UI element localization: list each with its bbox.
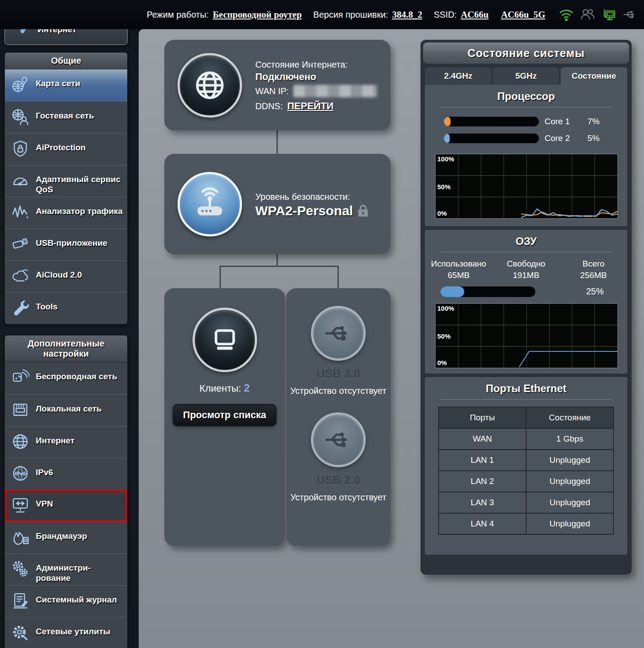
core2-bar-fill — [444, 133, 450, 143]
wireless-icon — [11, 368, 30, 387]
ram-used-label: Использовано — [425, 258, 492, 270]
tab-24ghz[interactable]: 2.4GHz — [425, 67, 492, 85]
sidebar-item-administration[interactable]: Администри-рование — [5, 553, 127, 585]
guest-icon — [11, 107, 30, 126]
port-name: LAN 1 — [439, 450, 526, 471]
ram-section-title: ОЗУ — [425, 230, 627, 248]
sidebar-item-aiprotection[interactable]: AiProtection — [5, 133, 127, 165]
clients-card: Клиенты: 2 Просмотр списка — [164, 288, 285, 546]
core1-percent: 7% — [587, 117, 599, 126]
usb2-button[interactable] — [311, 412, 366, 467]
sidebar-item-vpn[interactable]: VPN — [5, 490, 127, 522]
security-level-value: WPA2-Personal — [255, 203, 353, 218]
devices-status-icon[interactable] — [601, 7, 617, 23]
status-column-header: Состояние — [526, 407, 614, 428]
sidebar-item-traffic-analyzer[interactable]: Анализатор трафика — [5, 197, 127, 229]
usb2-status: Устройство отсутствует — [290, 492, 386, 503]
core2-usage-bar — [444, 133, 539, 143]
sidebar-item-network-tools[interactable]: Сетевые утилиты — [5, 617, 127, 648]
ram-usage-bar — [440, 286, 535, 297]
ethernet-row: LAN 3Unplugged — [439, 492, 614, 513]
svg-text:0%: 0% — [437, 210, 447, 217]
port-status: 1 Gbps — [526, 428, 614, 450]
port-name: LAN 4 — [439, 513, 526, 534]
sidebar-item-label: Системный журнал — [36, 591, 117, 605]
sidebar-item-label: Сетевые утилиты — [36, 623, 110, 637]
sidebar-item-wan[interactable]: Интернет — [5, 426, 127, 458]
clients-count-line: Клиенты: 2 — [200, 382, 250, 394]
ddns-label: DDNS: — [255, 99, 283, 113]
security-router-button[interactable] — [178, 172, 242, 236]
internet-globe-button[interactable] — [178, 53, 242, 118]
gear-wrench-icon — [11, 623, 30, 642]
usb3-button[interactable] — [311, 306, 366, 361]
tab-status[interactable]: Состояние — [561, 67, 627, 85]
sidebar-item-firewall[interactable]: Брандмауэр — [5, 522, 127, 553]
tab-5ghz[interactable]: 5GHz — [493, 67, 560, 85]
ddns-link[interactable]: ПЕРЕЙТИ — [287, 100, 333, 112]
ethernet-row: LAN 2Unplugged — [439, 471, 614, 492]
sidebar: Быстрая настройка Интернет Общие Карта с… — [0, 0, 139, 648]
sidebar-item-label: USB-приложение — [36, 235, 107, 248]
usb3-title: USB 3.0 — [317, 367, 360, 381]
vpn-icon — [11, 496, 30, 514]
svg-text:100%: 100% — [437, 305, 454, 312]
usb2-title: USB 2.0 — [317, 473, 360, 487]
clients-status-icon[interactable] — [580, 7, 595, 23]
gears-icon — [11, 560, 30, 578]
ssid-24ghz-link[interactable]: AC66u — [461, 9, 489, 20]
firmware-version-link[interactable]: 384.8_2 — [392, 9, 422, 20]
sidebar-section-title: Дополнительные настройки — [5, 335, 127, 362]
usb-status-icon[interactable] — [622, 7, 638, 23]
wifi-status-icon[interactable] — [558, 7, 574, 23]
log-icon — [11, 591, 30, 610]
sidebar-item-wireless[interactable]: Беспроводная сеть — [5, 362, 127, 394]
connector-line — [337, 266, 339, 289]
ssid-label: SSID: — [434, 10, 457, 20]
sidebar-item-network-map[interactable]: Карта сети — [5, 69, 127, 101]
usb3-icon — [322, 317, 354, 349]
view-clients-list-button[interactable]: Просмотр списка — [173, 404, 276, 426]
sidebar-item-ipv6[interactable]: IPv6 — [5, 458, 127, 490]
port-status: Unplugged — [526, 513, 614, 534]
core1-usage-bar — [444, 117, 539, 126]
globe-icon — [11, 432, 30, 451]
sidebar-item-label: Интернет — [36, 432, 75, 446]
lock-icon — [357, 204, 369, 217]
clients-label: Клиенты: — [200, 383, 241, 394]
ram-percent: 25% — [586, 286, 604, 297]
operation-mode-link[interactable]: Беспроводной роутер — [213, 9, 302, 20]
usb2-icon — [322, 424, 354, 456]
network-map-page: Состояние Интернета: Подключено WAN IP: … — [139, 29, 644, 648]
sidebar-item-system-log[interactable]: Системный журнал — [5, 585, 127, 617]
ram-section: ОЗУ Использовано 65MB Свободно 191MB Все… — [425, 230, 627, 374]
connector-line — [277, 130, 278, 155]
usb3-status: Устройство отсутствует — [290, 385, 386, 396]
sidebar-item-adaptive-qos[interactable]: Адаптивный сервис QoS — [5, 165, 127, 197]
sidebar-item-guest-network[interactable]: Гостевая сеть — [5, 101, 127, 133]
port-name: LAN 2 — [439, 471, 526, 492]
port-name: LAN 3 — [439, 492, 526, 513]
sidebar-section-title: Общие — [5, 53, 127, 69]
ram-usage-chart: 100%50%0% — [435, 303, 618, 368]
ethernet-row: LAN 1Unplugged — [439, 450, 614, 471]
wan-ip-redacted — [293, 85, 377, 97]
clients-button[interactable] — [193, 308, 257, 372]
cpu-section: Процессор Core 1 7% Core 2 5% 100%50%0% — [425, 85, 627, 226]
svg-text:0%: 0% — [437, 359, 447, 366]
flame-icon — [11, 528, 30, 546]
sidebar-item-label: Локальная сеть — [36, 400, 102, 414]
svg-text:50%: 50% — [437, 332, 451, 340]
sidebar-item-usb-application[interactable]: USB-приложение — [5, 229, 127, 260]
usb-stick-icon — [11, 235, 30, 253]
sidebar-item-label: Брандмауэр — [36, 528, 87, 541]
sidebar-item-aicloud[interactable]: AiCloud 2.0 — [5, 260, 127, 292]
sidebar-item-tools[interactable]: Tools — [5, 292, 127, 324]
ssid-5ghz-link[interactable]: AC66u_5G — [501, 9, 545, 20]
core1-label: Core 1 — [545, 117, 570, 126]
usb-card: USB 3.0 Устройство отсутствует USB 2.0 У… — [286, 288, 390, 546]
ram-total-label: Всего — [560, 258, 627, 270]
ram-free-value: 191MB — [492, 270, 560, 281]
sidebar-item-lan[interactable]: Локальная сеть — [5, 394, 127, 426]
sidebar-item-label: Администри-рование — [36, 560, 123, 583]
